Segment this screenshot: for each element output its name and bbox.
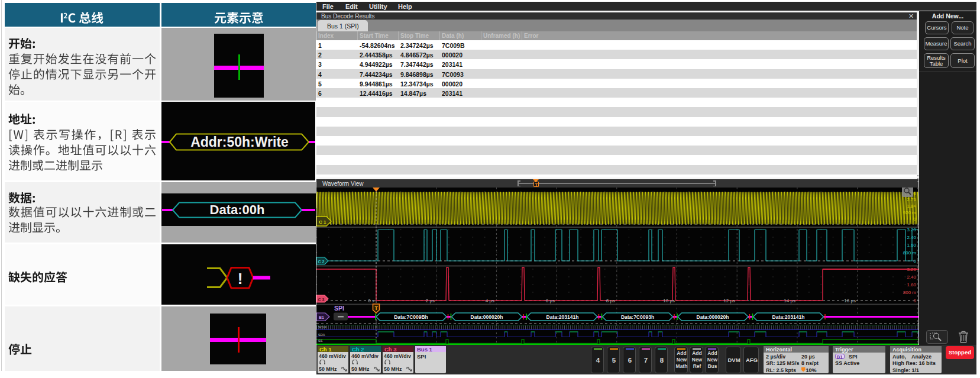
svg-text:12 µs: 12 µs (723, 298, 735, 303)
svg-text:Data:7C0093h: Data:7C0093h (621, 314, 654, 320)
svg-text:3.20: 3.20 (907, 227, 916, 232)
svg-text:2 µs: 2 µs (426, 298, 435, 303)
svg-text:SPI: SPI (334, 305, 344, 312)
svg-text:2.76: 2.76 (907, 197, 916, 202)
svg-text:C 2: C 2 (318, 260, 325, 264)
svg-text:C 3: C 3 (318, 298, 325, 302)
svg-text:1.60: 1.60 (907, 282, 916, 287)
svg-text:T: T (374, 305, 378, 311)
svg-text:1.84: 1.84 (907, 203, 916, 209)
svg-text:16 µs: 16 µs (844, 298, 856, 303)
svg-text:0: 0 (914, 217, 917, 222)
svg-text:6 µs: 6 µs (546, 298, 555, 303)
svg-text:10 µs: 10 µs (663, 298, 675, 303)
svg-text:920 m: 920 m (903, 210, 917, 215)
svg-text:Data:000020h: Data:000020h (697, 314, 729, 320)
svg-text:Data:000020h: Data:000020h (471, 314, 503, 320)
svg-text:SS: SS (318, 339, 323, 343)
svg-text:Data:203141h: Data:203141h (546, 314, 579, 320)
svg-text:Data:203141h: Data:203141h (772, 314, 805, 320)
svg-text:8 µs: 8 µs (606, 298, 615, 303)
svg-text:4 µs: 4 µs (486, 298, 494, 303)
svg-text:SDA: SDA (318, 333, 325, 337)
svg-text:800 m: 800 m (903, 250, 917, 256)
svg-text:Data:7C009Bh: Data:7C009Bh (394, 314, 428, 320)
svg-text:0 s: 0 s (368, 298, 374, 303)
svg-text:0: 0 (914, 298, 917, 303)
svg-text:2.40: 2.40 (907, 235, 916, 240)
svg-text:14 µs: 14 µs (784, 298, 795, 303)
svg-text:1.60: 1.60 (907, 243, 916, 248)
svg-text:800 m: 800 m (903, 290, 917, 295)
svg-text:0: 0 (914, 259, 917, 264)
svg-text:2.40: 2.40 (907, 274, 916, 280)
svg-text:SCLK: SCLK (318, 325, 327, 329)
svg-text:C 1: C 1 (319, 219, 326, 225)
svg-text:B1: B1 (319, 315, 324, 319)
